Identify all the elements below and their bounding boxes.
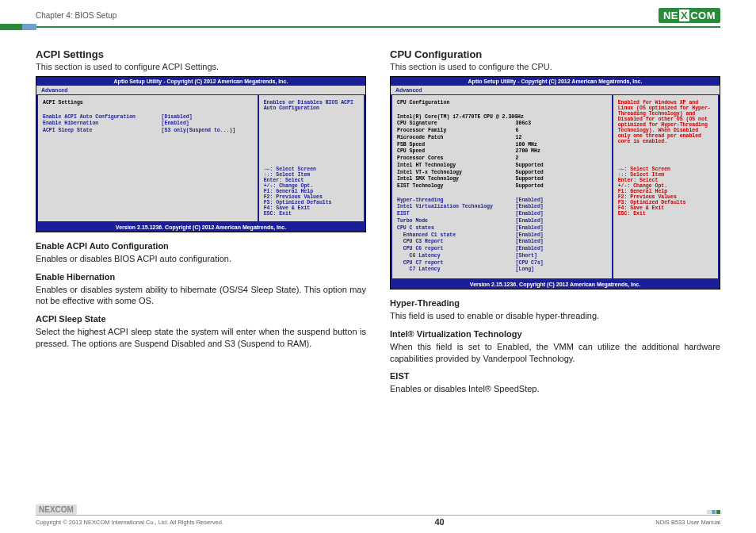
bios-row: Intel VT-x TechnologySupported [397, 170, 607, 177]
d3-title: EIST [390, 370, 720, 382]
d2-text: Enables or disables system ability to hi… [36, 284, 366, 308]
bios-heading: CPU Configuration [397, 100, 607, 107]
bios-version: Version 2.15.1236. Copyright (C) 2012 Am… [391, 280, 720, 289]
bios-row: Enhanced C1 state[Enabled] [397, 232, 607, 240]
bios-row: Microcode Patch12 [397, 135, 607, 142]
footer-doc: NDiS B533 User Manual [655, 519, 720, 526]
bios-key-hint: →←: Select Screen [618, 167, 713, 172]
bios-key-hint: ESC: Exit [264, 211, 359, 217]
cpu-intro: This section is used to configure the CP… [390, 62, 720, 71]
bios-row: EIST TechnologySupported [397, 183, 607, 190]
bios-version: Version 2.15.1236. Copyright (C) 2012 Am… [36, 223, 365, 232]
bios-key-hint: F4: Save & Exit [618, 205, 713, 211]
acpi-title: ACPI Settings [36, 48, 366, 60]
bios-row: Turbo Mode[Enabled] [397, 218, 607, 225]
bios-row: Intel(R) Core(TM) i7-4770TE CPU @ 2.30GH… [397, 114, 607, 121]
bios-key-hint: ↑↓: Select Item [264, 172, 359, 178]
bios-key-hint: Enter: Select [264, 178, 359, 183]
cpu-title: CPU Configuration [390, 48, 720, 60]
bios-row: Intel HT TechnologySupported [397, 163, 607, 170]
footer: NEXCOM Copyright © 2013 NEXCOM Internati… [36, 504, 720, 527]
bios-key-hint: +/-: Change Opt. [618, 183, 713, 189]
bios-key-hint: Enter: Select [618, 178, 713, 183]
bios-help-top: Enabled for Windows XP and Linux (OS opt… [618, 100, 713, 144]
bios-tab: Advanced [36, 86, 365, 95]
d1-title: Hyper-Threading [390, 297, 720, 309]
cpu-bios-box: Aptio Setup Utility - Copyright (C) 2012… [390, 76, 720, 290]
bios-row: ACPI Sleep State[S3 only(Suspend to...)] [43, 128, 253, 135]
bios-row: FSB Speed100 MHz [397, 142, 607, 149]
brand-mid: X [679, 10, 689, 21]
bios-key-hint: F1: General Help [264, 189, 359, 194]
footer-logo: NEXCOM [36, 504, 77, 515]
bios-key-hint: +/-: Change Opt. [264, 183, 359, 189]
d2-text: When this field is set to Enabled, the V… [390, 341, 720, 365]
bios-row: CPU Signature306c3 [397, 121, 607, 128]
brand-post: COM [690, 10, 716, 21]
d1-title: Enable ACPI Auto Configuration [36, 240, 366, 252]
d3-title: ACPI Sleep State [36, 313, 366, 325]
acpi-intro: This section is used to configure ACPI S… [36, 62, 366, 71]
acpi-bios-box: Aptio Setup Utility - Copyright (C) 2012… [36, 76, 366, 232]
bios-title: Aptio Setup Utility - Copyright (C) 2012… [391, 77, 720, 86]
bios-row: Enable Hibernation[Enabled] [43, 121, 253, 128]
bios-row: Hyper-threading[Enabled] [397, 197, 607, 205]
bios-key-hint: F2: Previous Values [264, 194, 359, 200]
left-column: ACPI Settings This section is used to co… [36, 48, 366, 395]
chapter-label: Chapter 4: BIOS Setup [36, 11, 116, 20]
bios-row: Enable ACPI Auto Configuration[Disabled] [43, 114, 253, 121]
bios-key-hint: F3: Optimized Defaults [618, 200, 713, 205]
bios-row: Processor Family6 [397, 128, 607, 135]
bios-key-hint: ↑↓: Select Item [618, 172, 713, 178]
brand-logo: NE X COM [659, 8, 720, 23]
bios-key-hint: F1: General Help [618, 189, 713, 194]
d1-text: This field is used to enable or disable … [390, 310, 720, 322]
bios-key-hint: →←: Select Screen [264, 167, 359, 172]
d3-text: Enables or disables Intel® SpeedStep. [390, 383, 720, 395]
bios-row: Intel Virtualization Technology[Enabled] [397, 204, 607, 211]
d1-text: Enables or disables BIOS ACPI auto confi… [36, 253, 366, 265]
bios-heading: ACPI Settings [43, 100, 253, 107]
bios-row: CPU C3 Report[Enabled] [397, 239, 607, 246]
d3-text: Select the highest ACPI sleep state the … [36, 326, 366, 350]
bios-key-hint: F4: Save & Exit [264, 205, 359, 211]
bios-key-hint: ESC: Exit [618, 211, 713, 217]
side-tab-green [0, 24, 22, 30]
page-number: 40 [434, 517, 444, 527]
bios-tab: Advanced [391, 86, 720, 95]
bios-row: Intel SMX TechnologySupported [397, 176, 607, 183]
bios-key-hint: F2: Previous Values [618, 194, 713, 200]
d2-title: Intel® Virtualization Technology [390, 328, 720, 340]
bios-row: CPU C states[Enabled] [397, 225, 607, 232]
bios-row: CPU C7 report[CPU C7s] [397, 260, 607, 267]
footer-copyright: Copyright © 2013 NEXCOM International Co… [36, 519, 223, 526]
bios-row: EIST[Enabled] [397, 211, 607, 218]
bios-row: Processor Cores2 [397, 155, 607, 163]
bios-row: C6 Latency[Short] [397, 253, 607, 260]
bios-key-hint: F3: Optimized Defaults [264, 200, 359, 205]
right-column: CPU Configuration This section is used t… [390, 48, 720, 395]
side-tab-blue [22, 24, 36, 30]
bios-help-top: Enables or Disables BIOS ACPI Auto Confi… [264, 100, 359, 111]
bios-title: Aptio Setup Utility - Copyright (C) 2012… [36, 77, 365, 86]
bios-row: CPU C6 report[Enabled] [397, 246, 607, 253]
bios-row: CPU Speed2700 MHz [397, 148, 607, 155]
d2-title: Enable Hibernation [36, 271, 366, 283]
bios-row: C7 Latency[Long] [397, 266, 607, 274]
brand-pre: NE [663, 10, 678, 21]
